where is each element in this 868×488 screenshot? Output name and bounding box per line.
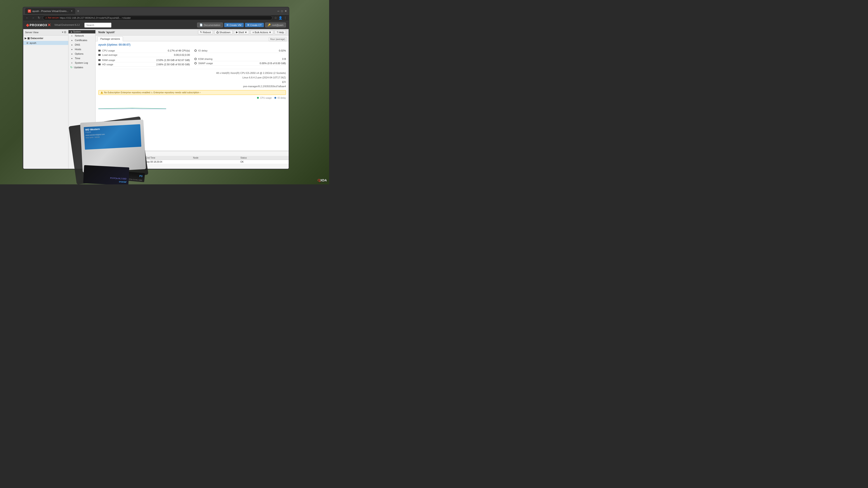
node-menu-system-section[interactable]: ▲ System [68,30,95,33]
menu-item-dns[interactable]: ● DNS [68,42,95,47]
menu-item-updates[interactable]: ↻ Updates [68,65,95,70]
load-value: 0.00,0.02,0.00 [174,54,190,56]
logo-diamond: ◆ [26,23,29,28]
svg-rect-0 [98,100,286,109]
table-row[interactable]: Sep 08 18:26:04 Sep 08 18:26:04 OK [96,160,289,164]
load-icon [98,54,101,56]
load-avg-row: Load average 0.00,0.02,0.00 [98,53,190,57]
node-icon: 🖥 [26,41,29,44]
window-controls: ─ □ ✕ [277,9,287,13]
sidebar-item-node-ayush[interactable]: 🖥 ayush [23,41,68,45]
col-start-time[interactable]: Start Time ↕ [97,156,145,159]
shell-dropdown-icon: ▼ [245,31,247,34]
menu-item-options[interactable]: ● Options [68,52,95,56]
shell-button[interactable]: ▶ Shell ▼ [234,30,249,34]
ram-label: RAM usage [98,59,116,61]
documentation-button[interactable]: 📄 Documentation [197,23,223,27]
refresh-button[interactable]: ↻ [37,16,41,20]
tasks-tab-bar: Tasks Cluster log [96,151,289,156]
time-icon: ● [70,57,73,60]
close-button[interactable]: ✕ [285,9,287,13]
tasks-panel: Tasks Cluster log Start Time ↕ End Time … [96,151,289,169]
url-text: https://152.168.29.227:8006/#v1.0=node%2… [60,17,131,19]
cluster-log-tab[interactable]: Cluster log [109,152,126,156]
bookmark-icon[interactable]: ☆ [274,16,277,20]
right-metrics: IO delay 0.02% KSM sharing 0 B [194,48,286,67]
sidebar-item-datacenter[interactable]: ▶ ▦ Datacenter [23,35,68,41]
io-icon [194,50,197,52]
menu-icon[interactable]: ⋮ [284,16,287,20]
create-ct-button[interactable]: ⊞ Create CT [245,23,264,27]
sidebar-dropdown-icon[interactable]: ▼ [61,31,64,33]
syslog-icon: ≡ [70,62,73,64]
datacenter-expand-icon: ▶ [25,37,26,40]
minimize-button[interactable]: ─ [277,9,279,13]
profile-icon[interactable]: 👤 [278,16,282,20]
sidebar: Server View ▼ ⚙ ▶ ▦ Datacenter 🖥 ayush [23,29,68,169]
dns-icon: ● [70,43,73,46]
col-node[interactable]: Node [192,156,240,159]
tab-title: ayush - Proxmox Virtual Enviro... [32,10,68,12]
maximize-button[interactable]: □ [281,9,283,13]
browser-chrome: P ayush - Proxmox Virtual Enviro... ✕ + … [23,7,289,15]
user-button[interactable]: 🔑 root@pam [265,23,286,27]
cpu-legend-dot [257,97,259,99]
cpu-label: CPU usage [98,49,116,52]
task-end-time: Sep 08 18:26:04 [145,160,192,163]
col-status[interactable]: Status [240,156,287,159]
tasks-tab[interactable]: Tasks [97,152,109,156]
vm-icon: ⊞ [226,24,228,26]
browser-tab[interactable]: P ayush - Proxmox Virtual Enviro... ✕ [25,8,75,14]
back-button[interactable]: ← [25,16,29,20]
ram-value: 2.53% (1.59 GiB of 62.67 GiB) [156,59,190,61]
monitor-frame: P ayush - Proxmox Virtual Enviro... ✕ + … [23,7,289,169]
create-vm-button[interactable]: ⊞ Create VM [224,23,244,27]
new-tab-button[interactable]: + [77,9,79,13]
menu-item-certificates[interactable]: ● Certificates [68,38,95,42]
task-start-time: Sep 08 18:26:04 [97,160,145,163]
url-bar[interactable]: ⚠ Not secure https://152.168.29.227:8006… [43,15,272,20]
pve-manager-value: pve-manager/8.2.2/9355359cd7afbae4 [243,84,286,89]
ksm-value: 0 B [282,58,286,60]
pve-manager-row: pve-manager/8.2.2/9355359cd7afbae4 [98,84,286,89]
cpu-icon [98,50,101,52]
logo-subtitle: Virtual Environment 8.2.2 [55,24,80,26]
swap-row: SWAP usage 0.00% (0 B of 8.00 GiB) [194,61,286,66]
time-filter[interactable]: Hour (average) [269,37,287,41]
shutdown-button[interactable]: ⏻ Shutdown [214,30,232,34]
swap-label: SWAP usage [194,62,213,65]
tasks-table: Start Time ↕ End Time Node Status Sep 08… [96,156,289,169]
tab-close-button[interactable]: ✕ [71,10,72,12]
menu-item-hosts[interactable]: ● Hosts [68,47,95,52]
help-button[interactable]: ? Help [275,30,286,34]
main-layout: Server View ▼ ⚙ ▶ ▦ Datacenter 🖥 ayush ▲ [23,29,289,169]
cpu-legend: CPU usage [257,97,272,99]
ram-icon [98,59,101,61]
task-status: OK [240,160,287,163]
security-indicator: ⚠ Not secure [45,17,59,19]
options-icon: ● [70,53,73,55]
col-end-time[interactable]: End Time [145,156,192,159]
search-input[interactable] [84,23,112,28]
help-icon: ? [277,31,278,34]
menu-item-time[interactable]: ● Time [68,56,95,61]
tab-package-versions[interactable]: Package versions [97,36,123,41]
ksm-icon [194,58,197,60]
shell-icon: ▶ [236,31,238,34]
subscription-warning[interactable]: ⚠️ No-Subscription Enterprise repository… [98,90,286,95]
forward-button[interactable]: → [31,16,35,20]
menu-item-syslog[interactable]: ≡ System Log [68,61,95,65]
node-title: Node 'ayush' [98,31,115,34]
performance-chart [98,100,286,109]
swap-value: 0.00% (0 B of 8.00 GiB) [260,62,286,65]
reboot-button[interactable]: ↻ Reboot [198,30,213,34]
bulk-icon: ≡ [252,31,254,34]
sidebar-gear-icon[interactable]: ⚙ [64,31,66,34]
bulk-actions-button[interactable]: ≡ Bulk Actions ▼ [250,30,273,34]
datacenter-grid-icon: ▦ [27,37,30,40]
proxmox-header: ◆ PROXMOX ✕ Virtual Environment 8.2.2 📄 … [23,21,289,29]
summary-panel: ayush (Uptime: 00:08:07) CPU usage 0.17%… [96,41,289,151]
uptime-label: ayush (Uptime: 00:08:07) [98,43,286,46]
boot-mode-row: EFI [98,80,286,85]
menu-item-network[interactable]: ≡ Network [68,33,95,38]
